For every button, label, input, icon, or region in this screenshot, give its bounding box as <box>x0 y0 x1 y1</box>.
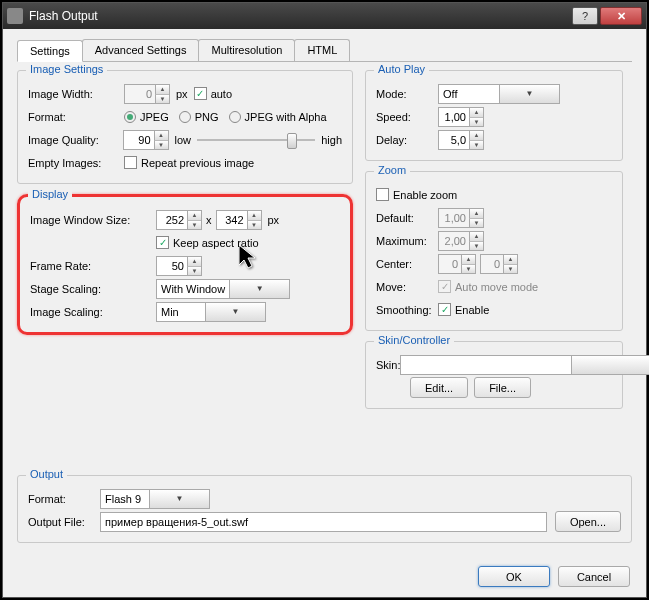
down-icon[interactable]: ▼ <box>469 117 483 126</box>
up-icon[interactable]: ▲ <box>469 131 483 140</box>
delay-input[interactable] <box>439 131 469 149</box>
label-format: Format: <box>28 111 124 123</box>
down-icon[interactable]: ▼ <box>187 220 201 229</box>
label-output-format: Format: <box>28 493 100 505</box>
label-image-width: Image Width: <box>28 88 124 100</box>
down-icon[interactable]: ▼ <box>469 241 483 250</box>
smoothing-checkbox[interactable]: ✓Enable <box>438 303 489 316</box>
mode-combo[interactable]: Off ▼ <box>438 84 560 104</box>
window-height-spinner[interactable]: ▲▼ <box>216 210 262 230</box>
up-icon[interactable]: ▲ <box>187 211 201 220</box>
radio-jpeg[interactable]: JPEG <box>124 111 169 123</box>
stage-scaling-combo[interactable]: With Window ▼ <box>156 279 290 299</box>
zoom-maximum-spinner[interactable]: ▲▼ <box>438 231 484 251</box>
center-y-spinner[interactable]: ▲▼ <box>480 254 518 274</box>
flash-output-dialog: Flash Output ? ✕ Settings Advanced Setti… <box>2 2 647 598</box>
window-height-input[interactable] <box>217 211 247 229</box>
keep-aspect-checkbox[interactable]: ✓Keep aspect ratio <box>156 236 259 249</box>
chevron-down-icon[interactable]: ▼ <box>205 303 265 321</box>
radio-jpeg-alpha[interactable]: JPEG with Alpha <box>229 111 327 123</box>
image-quality-input[interactable] <box>124 131 154 149</box>
group-auto-play: Auto Play Mode: Off ▼ Speed: ▲▼ <box>365 70 623 161</box>
image-quality-spinner[interactable]: ▲▼ <box>123 130 169 150</box>
client-area: Settings Advanced Settings Multiresoluti… <box>3 29 646 597</box>
tab-multiresolution[interactable]: Multiresolution <box>198 39 295 61</box>
up-icon[interactable]: ▲ <box>469 232 483 241</box>
repeat-previous-checkbox[interactable]: Repeat previous image <box>124 156 254 169</box>
up-icon[interactable]: ▲ <box>187 257 201 266</box>
auto-move-checkbox[interactable]: ✓Auto move mode <box>438 280 538 293</box>
auto-width-checkbox[interactable]: ✓auto <box>194 87 232 100</box>
label-default: Default: <box>376 212 438 224</box>
down-icon[interactable]: ▼ <box>469 218 483 227</box>
up-icon[interactable]: ▲ <box>503 255 517 264</box>
down-icon[interactable]: ▼ <box>154 140 168 149</box>
up-icon[interactable]: ▲ <box>154 131 168 140</box>
radio-png[interactable]: PNG <box>179 111 219 123</box>
up-icon[interactable]: ▲ <box>461 255 475 264</box>
help-button[interactable]: ? <box>572 7 598 25</box>
cancel-button[interactable]: Cancel <box>558 566 630 587</box>
image-width-input[interactable] <box>125 85 155 103</box>
up-icon[interactable]: ▲ <box>155 85 169 94</box>
down-icon[interactable]: ▼ <box>155 94 169 103</box>
slider-thumb[interactable] <box>287 133 297 149</box>
zoom-maximum-input[interactable] <box>439 232 469 250</box>
up-icon[interactable]: ▲ <box>469 209 483 218</box>
frame-rate-input[interactable] <box>157 257 187 275</box>
tab-html[interactable]: HTML <box>294 39 350 61</box>
label-image-quality: Image Quality: <box>28 134 123 146</box>
chevron-down-icon[interactable]: ▼ <box>149 490 209 508</box>
down-icon[interactable]: ▼ <box>247 220 261 229</box>
up-icon[interactable]: ▲ <box>469 108 483 117</box>
zoom-default-spinner[interactable]: ▲▼ <box>438 208 484 228</box>
speed-spinner[interactable]: ▲▼ <box>438 107 484 127</box>
group-image-settings: Image Settings Image Width: ▲▼ px ✓auto … <box>17 70 353 184</box>
label-mode: Mode: <box>376 88 438 100</box>
frame-rate-spinner[interactable]: ▲▼ <box>156 256 202 276</box>
label-high: high <box>321 134 342 146</box>
image-scaling-combo[interactable]: Min ▼ <box>156 302 266 322</box>
center-y-input[interactable] <box>481 255 503 273</box>
zoom-default-input[interactable] <box>439 209 469 227</box>
label-center: Center: <box>376 258 438 270</box>
label-speed: Speed: <box>376 111 438 123</box>
down-icon[interactable]: ▼ <box>187 266 201 275</box>
titlebar: Flash Output ? ✕ <box>3 3 646 29</box>
legend-zoom: Zoom <box>374 164 410 176</box>
label-output-file: Output File: <box>28 516 100 528</box>
ok-button[interactable]: OK <box>478 566 550 587</box>
output-format-combo[interactable]: Flash 9 ▼ <box>100 489 210 509</box>
chevron-down-icon[interactable]: ▼ <box>571 356 649 374</box>
dialog-footer: OK Cancel <box>478 566 630 587</box>
group-zoom: Zoom Enable zoom Default: ▲▼ Maximum: <box>365 171 623 331</box>
close-button[interactable]: ✕ <box>600 7 642 25</box>
output-file-input[interactable] <box>100 512 547 532</box>
window-width-spinner[interactable]: ▲▼ <box>156 210 202 230</box>
enable-zoom-checkbox[interactable]: Enable zoom <box>376 188 457 201</box>
skin-file-button[interactable]: File... <box>474 377 531 398</box>
tab-strip: Settings Advanced Settings Multiresoluti… <box>17 39 632 62</box>
skin-combo[interactable]: ▼ <box>400 355 649 375</box>
chevron-down-icon[interactable]: ▼ <box>499 85 559 103</box>
app-icon <box>7 8 23 24</box>
down-icon[interactable]: ▼ <box>461 264 475 273</box>
open-button[interactable]: Open... <box>555 511 621 532</box>
tab-settings[interactable]: Settings <box>17 40 83 62</box>
quality-slider[interactable] <box>197 131 315 149</box>
delay-spinner[interactable]: ▲▼ <box>438 130 484 150</box>
window-width-input[interactable] <box>157 211 187 229</box>
label-move: Move: <box>376 281 438 293</box>
chevron-down-icon[interactable]: ▼ <box>229 280 289 298</box>
center-x-spinner[interactable]: ▲▼ <box>438 254 476 274</box>
center-x-input[interactable] <box>439 255 461 273</box>
down-icon[interactable]: ▼ <box>469 140 483 149</box>
label-empty-images: Empty Images: <box>28 157 124 169</box>
up-icon[interactable]: ▲ <box>247 211 261 220</box>
speed-input[interactable] <box>439 108 469 126</box>
image-width-spinner[interactable]: ▲▼ <box>124 84 170 104</box>
skin-edit-button[interactable]: Edit... <box>410 377 468 398</box>
down-icon[interactable]: ▼ <box>503 264 517 273</box>
tab-advanced-settings[interactable]: Advanced Settings <box>82 39 200 61</box>
label-frame-rate: Frame Rate: <box>30 260 156 272</box>
